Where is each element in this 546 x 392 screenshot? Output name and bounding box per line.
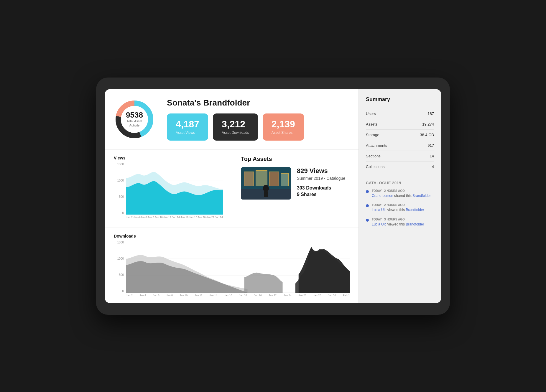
x-jan18: Jan 18 — [189, 216, 197, 222]
asset-thumb-svg — [241, 167, 291, 200]
views-desc: Asset Views — [176, 131, 199, 135]
summary-key: Attachments — [366, 143, 387, 148]
top-row: Views 1500 1000 500 0 — [105, 150, 358, 228]
activity-time: TODAY · 2 HOURS AGO — [372, 189, 431, 192]
dl-y-500: 500 — [114, 273, 125, 276]
summary-key: Collections — [366, 164, 385, 169]
activity-dot — [366, 204, 369, 207]
views-number: 4,187 — [176, 119, 199, 129]
x-jan6: Jan 6 — [140, 216, 147, 222]
stat-card-downloads[interactable]: 3,212 Asset Downloads — [213, 113, 258, 141]
activity-item: TODAY · 2 HOURS AGO Lucia Ulc viewed thi… — [366, 203, 434, 213]
activity-section-title: Catalogue 2019 — [366, 181, 434, 185]
activity-dot — [366, 219, 369, 222]
summary-value: 187 — [427, 111, 434, 116]
shares-desc: Asset Shares — [272, 131, 295, 135]
summary-key: Assets — [366, 122, 377, 126]
activity-log: Catalogue 2019 TODAY · 2 HOURS AGO Crane… — [366, 181, 434, 227]
x-jan8: Jan 8 — [148, 216, 154, 222]
x-jan4: Jan 4 — [133, 216, 140, 222]
x-jan10: Jan 10 — [155, 216, 163, 222]
x-jan16: Jan 16 — [180, 216, 188, 222]
downloads-chart-title: Downloads — [114, 234, 350, 238]
asset-shares: 9 Shares — [297, 192, 350, 197]
brandfolder-title: Sonata's Brandfolder — [167, 98, 347, 108]
summary-row: Assets 19,274 — [366, 119, 434, 130]
stat-card-shares[interactable]: 2,139 Asset Shares — [263, 113, 304, 141]
activity-item: TODAY · 3 HOURS AGO Lucia Ulc viewed thi… — [366, 218, 434, 227]
summary-value: 38.4 GB — [420, 133, 434, 137]
svg-rect-14 — [269, 172, 279, 186]
header-section: 9538 Total Asset Activity Sonata's Brand… — [105, 89, 358, 150]
svg-rect-10 — [244, 172, 254, 186]
activity-text: Lucia Ulc viewed this Brandfolder — [372, 207, 424, 213]
top-assets-title: Top Assets — [241, 156, 350, 162]
dl-y-1000: 1000 — [114, 257, 125, 260]
activity-action: viewed this — [387, 208, 406, 212]
tablet-frame: 9538 Total Asset Activity Sonata's Brand… — [96, 78, 450, 315]
x-jan22: Jan 22 — [206, 216, 214, 222]
svg-rect-16 — [281, 174, 288, 186]
activity-action: viewed this — [387, 222, 406, 226]
activity-content: TODAY · 2 HOURS AGO Lucia Ulc viewed thi… — [372, 203, 424, 213]
downloads-chart-wrapper: 1500 1000 500 0 — [114, 241, 350, 300]
activity-person[interactable]: Crane Lemon — [372, 194, 393, 198]
asset-views: 829 Views — [297, 167, 350, 175]
top-assets-panel: Top Assets — [232, 150, 358, 228]
y-label-500: 500 — [114, 195, 125, 198]
summary-key: Sections — [366, 154, 381, 158]
downloads-y-labels: 1500 1000 500 0 — [114, 241, 125, 293]
activity-content: TODAY · 2 HOURS AGO Crane Lemon shared t… — [372, 189, 431, 198]
x-jan14: Jan 14 — [172, 216, 180, 222]
downloads-svg-container — [126, 241, 350, 293]
stat-card-views[interactable]: 4,187 Asset Views — [167, 113, 208, 141]
views-y-labels: 1500 1000 500 0 — [114, 163, 125, 215]
activity-person[interactable]: Lucia Ulc — [372, 222, 386, 226]
activity-items: TODAY · 2 HOURS AGO Crane Lemon shared t… — [366, 189, 434, 227]
activity-item: TODAY · 2 HOURS AGO Crane Lemon shared t… — [366, 189, 434, 198]
y-label-0: 0 — [114, 211, 125, 215]
downloads-number: 3,212 — [222, 119, 249, 129]
svg-rect-12 — [256, 171, 267, 186]
activity-time: TODAY · 2 HOURS AGO — [372, 203, 424, 207]
summary-row: Sections 14 — [366, 151, 434, 162]
summary-value: 4 — [432, 164, 434, 169]
x-jan24: Jan 24 — [215, 216, 223, 222]
donut-chart: 9538 Total Asset Activity — [114, 99, 155, 140]
summary-value: 19,274 — [422, 122, 434, 126]
activity-text: Crane Lemon shared this Brandfolder — [372, 193, 431, 198]
views-chart-title: Views — [114, 156, 223, 160]
x-jan2: Jan 2 — [126, 216, 133, 222]
header-content: Sonata's Brandfolder 4,187 Asset Views 3… — [167, 98, 347, 141]
summary-value: 917 — [427, 143, 434, 148]
top-asset-item: 829 Views Summer 2019 - Catalogue 303 Do… — [241, 167, 350, 200]
activity-brandfolder-link[interactable]: Brandfolder — [406, 222, 424, 226]
summary-key: Users — [366, 111, 376, 116]
donut-number: 9538 — [124, 111, 145, 119]
summary-rows: Users 187 Assets 19,274 Storage 38.4 GB … — [366, 108, 434, 172]
activity-content: TODAY · 3 HOURS AGO Lucia Ulc viewed thi… — [372, 218, 424, 227]
activity-brandfolder-link[interactable]: Brandfolder — [406, 208, 424, 212]
svg-point-18 — [263, 185, 269, 192]
summary-row: Storage 38.4 GB — [366, 130, 434, 140]
summary-row: Attachments 917 — [366, 140, 434, 151]
activity-brandfolder-link[interactable]: Brandfolder — [412, 194, 431, 198]
dl-y-0: 0 — [114, 289, 125, 293]
dl-y-1500: 1500 — [114, 241, 125, 244]
x-jan20: Jan 20 — [198, 216, 206, 222]
downloads-svg — [126, 241, 350, 293]
downloads-desc: Asset Downloads — [222, 131, 249, 135]
y-label-1000: 1000 — [114, 179, 125, 182]
activity-dot — [366, 190, 369, 193]
asset-downloads: 303 Downloads — [297, 185, 350, 191]
activity-person[interactable]: Lucia Ulc — [372, 208, 386, 212]
views-x-labels: Jan 2 Jan 4 Jan 6 Jan 8 Jan 10 Jan 12 Ja… — [126, 216, 223, 222]
summary-panel: Summary Users 187 Assets 19,274 Storage … — [358, 89, 441, 303]
asset-name: Summer 2019 - Catalogue — [297, 176, 350, 181]
y-label-1500: 1500 — [114, 163, 125, 166]
views-svg — [126, 163, 223, 215]
x-jan12: Jan 12 — [163, 216, 171, 222]
activity-time: TODAY · 3 HOURS AGO — [372, 218, 424, 221]
asset-info: 829 Views Summer 2019 - Catalogue 303 Do… — [297, 167, 350, 197]
summary-value: 14 — [430, 154, 434, 158]
